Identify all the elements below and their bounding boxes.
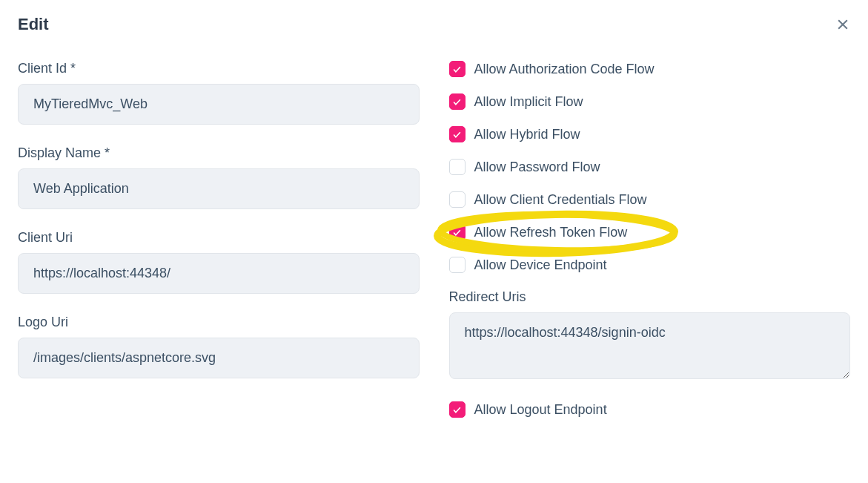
allow-device-endpoint-label[interactable]: Allow Device Endpoint xyxy=(474,257,607,273)
allow-logout-endpoint-label[interactable]: Allow Logout Endpoint xyxy=(474,402,607,418)
client-id-label: Client Id * xyxy=(18,61,420,76)
allow-implicit-flow-checkbox[interactable] xyxy=(449,93,466,110)
client-uri-input[interactable] xyxy=(18,253,420,294)
allow-logout-endpoint-checkbox[interactable] xyxy=(449,401,466,418)
allow-auth-code-flow-checkbox[interactable] xyxy=(449,61,466,77)
allow-device-endpoint-checkbox[interactable] xyxy=(449,257,466,273)
client-id-input[interactable] xyxy=(18,84,420,125)
redirect-uris-input[interactable] xyxy=(449,312,851,379)
allow-hybrid-flow-checkbox[interactable] xyxy=(449,126,466,142)
allow-client-credentials-flow-checkbox[interactable] xyxy=(449,191,466,208)
redirect-uris-label: Redirect Uris xyxy=(449,289,851,305)
client-uri-label: Client Uri xyxy=(18,230,420,246)
allow-implicit-flow-label[interactable]: Allow Implicit Flow xyxy=(474,94,583,110)
allow-hybrid-flow-label[interactable]: Allow Hybrid Flow xyxy=(474,127,580,142)
allow-auth-code-flow-label[interactable]: Allow Authorization Code Flow xyxy=(474,62,655,77)
display-name-input[interactable] xyxy=(18,168,420,209)
allow-password-flow-checkbox[interactable] xyxy=(449,159,466,175)
allow-client-credentials-flow-label[interactable]: Allow Client Credentials Flow xyxy=(474,192,647,208)
logo-uri-input[interactable] xyxy=(18,338,420,378)
allow-logout-endpoint-row[interactable]: Allow Logout Endpoint xyxy=(449,401,851,418)
allow-password-flow-label[interactable]: Allow Password Flow xyxy=(474,160,600,175)
highlight-annotation: Allow Refresh Token Flow xyxy=(449,224,628,257)
allow-client-credentials-flow-row[interactable]: Allow Client Credentials Flow xyxy=(449,191,851,208)
allow-hybrid-flow-row[interactable]: Allow Hybrid Flow xyxy=(449,126,851,142)
logo-uri-label: Logo Uri xyxy=(18,315,420,330)
close-icon[interactable] xyxy=(835,17,850,32)
allow-refresh-token-flow-label[interactable]: Allow Refresh Token Flow xyxy=(474,225,628,240)
allow-device-endpoint-row[interactable]: Allow Device Endpoint xyxy=(449,257,851,273)
allow-auth-code-flow-row[interactable]: Allow Authorization Code Flow xyxy=(449,61,851,77)
display-name-label: Display Name * xyxy=(18,145,420,161)
modal-title: Edit xyxy=(18,15,49,34)
allow-refresh-token-flow-checkbox[interactable] xyxy=(449,224,466,240)
allow-refresh-token-flow-row[interactable]: Allow Refresh Token Flow xyxy=(449,224,628,240)
allow-password-flow-row[interactable]: Allow Password Flow xyxy=(449,159,851,175)
allow-implicit-flow-row[interactable]: Allow Implicit Flow xyxy=(449,93,851,110)
